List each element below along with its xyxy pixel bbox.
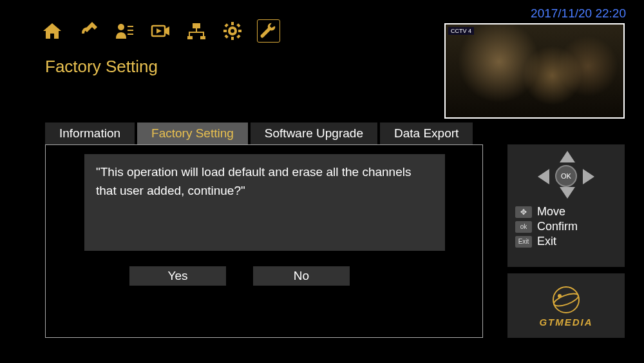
dialog-buttons: Yes No: [129, 266, 350, 286]
svg-rect-1: [128, 26, 133, 27]
preview-channel-tag: CCTV 4: [448, 27, 474, 35]
brand-logo-text: GTMEDIA: [539, 317, 592, 328]
svg-rect-18: [224, 34, 228, 38]
tab-information[interactable]: Information: [45, 123, 135, 144]
top-nav: [41, 19, 280, 43]
legend-move: ✥ Move: [515, 205, 617, 219]
yes-button[interactable]: Yes: [129, 266, 226, 286]
dpad-icon: OK: [534, 151, 598, 199]
home-icon[interactable]: [41, 19, 64, 43]
arrows-key-icon: ✥: [515, 206, 532, 218]
confirm-message: "This operation will load default and er…: [84, 154, 445, 251]
tab-factory-setting[interactable]: Factory Setting: [137, 123, 248, 144]
svg-rect-7: [189, 32, 204, 33]
network-icon[interactable]: [185, 19, 208, 43]
svg-rect-3: [128, 34, 133, 35]
svg-rect-15: [238, 30, 242, 32]
brand-logo-icon: [551, 284, 582, 315]
nav-help-panel: OK ✥ Move ok Confirm Exit Exit: [507, 144, 625, 267]
svg-rect-14: [223, 30, 227, 32]
svg-rect-12: [231, 22, 234, 25]
legend-exit: Exit Exit: [515, 235, 617, 248]
svg-rect-9: [203, 33, 204, 36]
satellite-icon[interactable]: [77, 19, 100, 43]
wrench-icon[interactable]: [257, 19, 280, 43]
tabs: Information Factory Setting Software Upg…: [45, 123, 475, 144]
ok-button-icon: OK: [555, 165, 577, 187]
svg-rect-11: [200, 36, 205, 39]
user-icon[interactable]: [113, 19, 136, 43]
svg-rect-13: [231, 37, 234, 40]
datetime: 2017/11/20 22:20: [531, 6, 626, 21]
svg-rect-10: [187, 36, 193, 39]
exit-key-icon: Exit: [515, 236, 532, 248]
svg-rect-16: [224, 23, 228, 27]
svg-point-21: [553, 291, 580, 308]
content-panel: "This operation will load default and er…: [45, 144, 483, 338]
no-button[interactable]: No: [253, 266, 350, 286]
legend-confirm: ok Confirm: [515, 220, 617, 233]
svg-rect-8: [189, 33, 190, 36]
page-title: Factory Setting: [45, 57, 158, 77]
svg-point-22: [558, 294, 562, 298]
video-preview: CCTV 4: [444, 23, 625, 119]
tab-data-export[interactable]: Data Export: [380, 123, 473, 144]
ok-key-icon: ok: [515, 221, 532, 233]
svg-rect-17: [236, 34, 240, 38]
svg-rect-5: [193, 23, 200, 28]
logo-panel: GTMEDIA: [507, 273, 625, 338]
svg-rect-2: [128, 30, 133, 31]
svg-point-0: [118, 24, 124, 30]
video-icon[interactable]: [149, 19, 172, 43]
gear-icon[interactable]: [221, 19, 244, 43]
svg-rect-19: [236, 23, 240, 27]
tab-software-upgrade[interactable]: Software Upgrade: [251, 123, 377, 144]
